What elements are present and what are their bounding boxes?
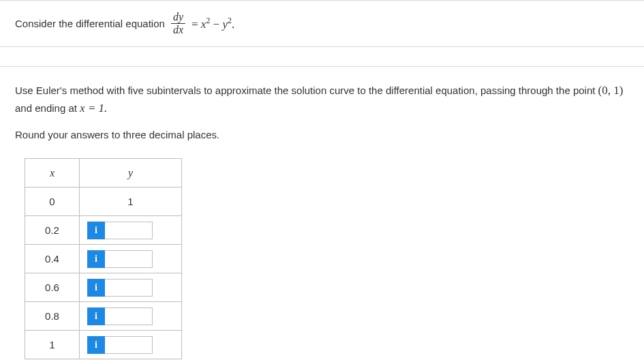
answer-input[interactable] <box>105 222 153 239</box>
question-stem-card: Consider the differential equation dy dx… <box>0 0 644 47</box>
instruction-main: Use Euler's method with five subinterval… <box>15 82 629 117</box>
cell-x: 0.4 <box>25 245 80 273</box>
euler-table: x y 0 1 0.2 i 0.4 <box>25 158 182 359</box>
question-body-card: Use Euler's method with five subinterval… <box>0 66 644 360</box>
prompt-lead: Consider the differential equation <box>15 18 165 29</box>
table-row: 1 i <box>25 331 182 359</box>
fraction-denominator: dx <box>171 23 185 35</box>
answer-input[interactable] <box>105 250 153 268</box>
info-icon[interactable]: i <box>87 222 105 239</box>
table-header-y: y <box>80 159 182 188</box>
cell-x: 0.8 <box>25 302 80 331</box>
table-header-x: x <box>25 159 80 188</box>
info-icon[interactable]: i <box>87 279 105 297</box>
cell-y-input: i <box>80 216 182 245</box>
cell-x: 1 <box>25 331 80 359</box>
info-icon[interactable]: i <box>87 250 105 268</box>
cell-x: 0.6 <box>25 273 80 302</box>
cell-x: 0.2 <box>25 216 80 245</box>
table-body: 0 1 0.2 i 0.4 i <box>25 188 182 359</box>
answer-input[interactable] <box>105 279 153 297</box>
cell-y-input: i <box>80 273 182 302</box>
answer-input[interactable] <box>105 336 153 354</box>
cell-y-input: i <box>80 302 182 331</box>
table-row: 0 1 <box>25 188 182 216</box>
cell-y-input: i <box>80 245 182 273</box>
cell-y-input: i <box>80 331 182 359</box>
table-row: 0.8 i <box>25 302 182 331</box>
prompt-line: Consider the differential equation dy dx… <box>15 12 629 35</box>
fraction-dy-dx: dy dx <box>171 12 185 35</box>
instruction-rounding: Round your answers to three decimal plac… <box>15 129 629 140</box>
table-row: 0.4 i <box>25 245 182 273</box>
table-row: 0.6 i <box>25 273 182 302</box>
info-icon[interactable]: i <box>87 336 105 354</box>
fraction-numerator: dy <box>171 12 185 23</box>
info-icon[interactable]: i <box>87 308 105 325</box>
cell-x: 0 <box>25 188 80 216</box>
cell-y: 1 <box>80 188 182 216</box>
answer-input[interactable] <box>105 308 153 325</box>
equation-rhs: = x2 − y2. <box>191 16 234 31</box>
table-row: 0.2 i <box>25 216 182 245</box>
